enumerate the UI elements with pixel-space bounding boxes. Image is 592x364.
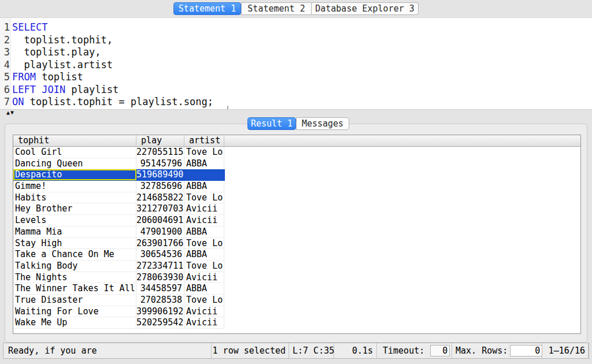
status-bar: Ready, if you are 1 row selected L:7 C:3… (3, 343, 589, 359)
table-cell[interactable]: 278063930 (136, 272, 184, 283)
table-row[interactable]: Dancing Queen95145796ABBA (13, 158, 225, 170)
table-cell[interactable]: 399906192 (136, 306, 184, 317)
results-grid[interactable]: tophitplayartist Cool Girl227055115Tove … (13, 135, 581, 334)
table-row[interactable]: Talking Body272334711Tove Lo (13, 261, 225, 272)
tab-messages[interactable]: Messages (296, 117, 349, 130)
table-cell[interactable]: The Nights (13, 272, 136, 283)
table-cell[interactable]: 32785696 (136, 181, 184, 192)
table-cell[interactable]: Avicii (184, 203, 224, 214)
table-cell[interactable]: Avicii (184, 306, 224, 317)
table-cell[interactable]: Tove Lo (184, 295, 224, 306)
code-text: toplist.play, (10, 46, 101, 59)
table-row[interactable]: Wake Me Up520259542Avicii (13, 317, 225, 329)
code-line[interactable]: 7ON toplist.tophit = playlist.song; (0, 96, 592, 109)
grid-body: Cool Girl227055115Tove LoDancing Queen95… (13, 147, 580, 329)
table-cell[interactable]: True Disaster (13, 295, 136, 306)
table-cell[interactable]: Avicii (184, 215, 224, 226)
line-number: 5 (0, 71, 10, 84)
table-row[interactable]: Take a Chance On Me30654536ABBA (13, 249, 225, 261)
table-cell[interactable]: Tove Lo (184, 238, 224, 249)
splitter-collapse-expand-icon[interactable]: ▲▼ (6, 109, 14, 116)
table-cell[interactable]: Mamma Mia (13, 226, 136, 237)
table-cell[interactable]: 272334711 (136, 261, 184, 272)
table-row[interactable]: Stay High263901766Tove Lo (13, 238, 225, 250)
grid-header-row: tophitplayartist (13, 135, 580, 147)
tab-database-explorer-3[interactable]: Database Explorer 3 (312, 2, 419, 15)
table-cell[interactable]: Dancing Queen (13, 158, 136, 169)
column-header-artist[interactable]: artist (184, 135, 224, 146)
table-cell[interactable]: Gimme! (13, 181, 136, 192)
code-line[interactable]: 1SELECT (0, 21, 592, 34)
table-row[interactable]: Cool Girl227055115Tove Lo (13, 147, 225, 158)
table-cell[interactable]: Take a Chance On Me (13, 249, 136, 260)
table-cell[interactable]: Stay High (13, 238, 136, 249)
column-header-tophit[interactable]: tophit (13, 135, 136, 146)
table-cell[interactable]: 263901766 (136, 238, 184, 249)
table-cell[interactable]: Hey Brother (13, 203, 136, 214)
line-number: 3 (0, 46, 10, 59)
table-row[interactable]: Waiting For Love399906192Avicii (13, 306, 225, 318)
status-message: Ready, if you are (3, 343, 212, 358)
table-cell[interactable] (184, 169, 224, 180)
line-number: 2 (0, 34, 10, 47)
table-cell[interactable]: 30654536 (136, 249, 184, 260)
table-cell[interactable]: Waiting For Love (13, 306, 136, 317)
table-cell[interactable]: 27028538 (136, 295, 184, 306)
status-timeout-group: Timeout: (377, 343, 452, 358)
sql-editor[interactable]: 1SELECT2 toplist.tophit,3 toplist.play,4… (0, 17, 592, 110)
table-row[interactable]: The Winner Takes It All34458597ABBA (13, 283, 225, 295)
table-cell[interactable]: Avicii (184, 317, 224, 328)
table-cell[interactable]: ABBA (184, 226, 224, 237)
table-cell[interactable]: Wake Me Up (13, 317, 136, 328)
code-line[interactable]: 4 playlist.artist (0, 59, 592, 72)
table-cell[interactable]: Levels (13, 215, 136, 226)
table-cell[interactable]: 34458597 (136, 283, 184, 294)
table-cell[interactable]: Tove Lo (184, 192, 224, 203)
table-cell[interactable]: 95145796 (136, 158, 184, 169)
tab-statement-1[interactable]: Statement 1 (173, 2, 241, 15)
column-header-play[interactable]: play (136, 135, 184, 146)
code-text: playlist.artist (10, 59, 113, 72)
table-cell[interactable]: ABBA (184, 283, 224, 294)
table-cell[interactable]: ABBA (184, 158, 224, 169)
code-text: toplist.tophit, (10, 34, 113, 47)
table-row[interactable]: The Nights278063930Avicii (13, 272, 225, 284)
table-cell[interactable]: ABBA (184, 181, 224, 192)
tab-statement-2[interactable]: Statement 2 (241, 2, 312, 15)
table-cell[interactable]: 206004691 (136, 215, 184, 226)
tab-result-1[interactable]: Result 1 (247, 117, 296, 130)
table-row[interactable]: Mamma Mia47901900ABBA (13, 226, 225, 238)
table-row[interactable]: Despacito519689490 (13, 169, 225, 181)
table-cell[interactable]: 214685822 (136, 192, 184, 203)
table-cell[interactable]: Talking Body (13, 261, 136, 272)
code-line[interactable]: 3 toplist.play, (0, 46, 592, 59)
table-cell[interactable]: 227055115 (136, 147, 184, 158)
line-number: 4 (0, 59, 10, 72)
table-cell[interactable]: 519689490 (136, 169, 184, 180)
table-cell[interactable]: Tove Lo (184, 261, 224, 272)
table-row[interactable]: Hey Brother321270703Avicii (13, 203, 225, 215)
table-cell[interactable]: 321270703 (136, 203, 184, 214)
table-cell[interactable]: 520259542 (136, 317, 184, 328)
table-row[interactable]: Habits214685822Tove Lo (13, 192, 225, 204)
code-line[interactable]: 5FROM toplist (0, 71, 592, 84)
timeout-label: Timeout: (383, 343, 424, 358)
table-cell[interactable]: 47901900 (136, 226, 184, 237)
table-cell[interactable]: ABBA (184, 249, 224, 260)
table-cell[interactable]: Tove Lo (184, 147, 224, 158)
table-row[interactable]: Levels206004691Avicii (13, 215, 225, 226)
table-row[interactable]: Gimme!32785696ABBA (13, 181, 225, 192)
timeout-input[interactable] (430, 345, 450, 356)
table-cell[interactable]: Cool Girl (13, 147, 136, 158)
table-cell[interactable]: Despacito (13, 169, 136, 180)
code-text: LEFT JOIN playlist (10, 84, 119, 96)
table-row[interactable]: True Disaster27028538Tove Lo (13, 295, 225, 306)
table-cell[interactable]: Habits (13, 192, 136, 203)
code-text: FROM toplist (10, 71, 83, 84)
max-rows-input[interactable] (510, 345, 542, 356)
code-text: ON toplist.tophit = playlist.song; (10, 96, 213, 109)
code-line[interactable]: 2 toplist.tophit, (0, 34, 592, 47)
table-cell[interactable]: Avicii (184, 272, 224, 283)
table-cell[interactable]: The Winner Takes It All (13, 283, 136, 294)
code-line[interactable]: 6LEFT JOIN playlist (0, 84, 592, 96)
